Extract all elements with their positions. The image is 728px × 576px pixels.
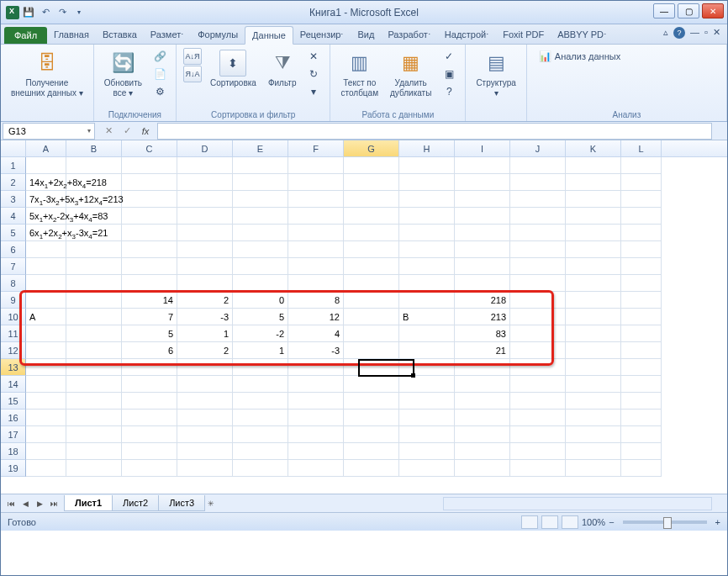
row-header-15[interactable]: 15 — [1, 393, 26, 410]
ribbon-tab-3[interactable]: Формулы — [191, 26, 245, 44]
cell-C8[interactable] — [122, 275, 177, 292]
normal-view-button[interactable] — [521, 515, 538, 529]
cell-B9[interactable] — [66, 292, 122, 309]
cell-E16[interactable] — [233, 410, 288, 426]
cell-G15[interactable] — [344, 393, 399, 410]
cell-I19[interactable] — [455, 460, 510, 477]
cell-F18[interactable] — [288, 443, 344, 460]
cell-H16[interactable] — [399, 410, 455, 426]
cell-A14[interactable] — [26, 376, 66, 393]
remove-duplicates-button[interactable]: ▦ Удалить дубликаты — [387, 48, 435, 100]
cell-I11[interactable]: 83 — [455, 325, 510, 342]
cell-K18[interactable] — [566, 443, 621, 460]
cell-D1[interactable] — [177, 157, 233, 174]
cell-J12[interactable] — [510, 342, 566, 359]
cell-H3[interactable] — [399, 191, 455, 208]
cell-K8[interactable] — [566, 275, 621, 292]
cell-I16[interactable] — [455, 410, 510, 426]
cell-I18[interactable] — [455, 443, 510, 460]
cell-K16[interactable] — [566, 410, 621, 426]
cell-I10[interactable]: 213 — [455, 309, 510, 325]
minimize-button[interactable]: — — [653, 3, 675, 18]
cell-I8[interactable] — [455, 275, 510, 292]
cell-J4[interactable] — [510, 208, 566, 225]
cell-I14[interactable] — [455, 376, 510, 393]
cell-L9[interactable] — [621, 292, 662, 309]
cell-F2[interactable] — [288, 174, 344, 191]
cell-E19[interactable] — [233, 460, 288, 477]
cell-L6[interactable] — [621, 241, 662, 258]
cell-H9[interactable] — [399, 292, 455, 309]
cell-C17[interactable] — [122, 426, 177, 443]
clear-filter-button[interactable]: ✕ — [304, 48, 323, 65]
row-header-14[interactable]: 14 — [1, 376, 26, 393]
cell-K19[interactable] — [566, 460, 621, 477]
cell-G10[interactable] — [344, 309, 399, 325]
doc-close-icon[interactable]: ✕ — [713, 27, 720, 39]
cell-K12[interactable] — [566, 342, 621, 359]
cell-F4[interactable] — [288, 208, 344, 225]
cell-J13[interactable] — [510, 359, 566, 376]
cell-D6[interactable] — [177, 241, 233, 258]
row-header-13[interactable]: 13 — [1, 359, 26, 376]
cell-L7[interactable] — [621, 258, 662, 275]
cell-D2[interactable] — [177, 174, 233, 191]
cell-L2[interactable] — [621, 174, 662, 191]
cell-F13[interactable] — [288, 359, 344, 376]
cell-H18[interactable] — [399, 443, 455, 460]
cell-A9[interactable] — [26, 292, 66, 309]
cell-C7[interactable] — [122, 258, 177, 275]
cell-G17[interactable] — [344, 426, 399, 443]
cell-D3[interactable] — [177, 191, 233, 208]
row-header-12[interactable]: 12 — [1, 342, 26, 359]
name-box[interactable]: G13 — [3, 123, 95, 140]
cell-L13[interactable] — [621, 359, 662, 376]
cell-K9[interactable] — [566, 292, 621, 309]
cell-C13[interactable] — [122, 359, 177, 376]
cell-C6[interactable] — [122, 241, 177, 258]
sort-asc-button[interactable]: А↓Я — [183, 48, 202, 65]
cell-K15[interactable] — [566, 393, 621, 410]
qat-dropdown[interactable]: ▾ — [71, 5, 87, 20]
page-layout-view-button[interactable] — [541, 515, 558, 529]
external-data-button[interactable]: 🗄 Получение внешних данных ▾ — [8, 48, 87, 100]
cell-J6[interactable] — [510, 241, 566, 258]
help-icon[interactable]: ? — [673, 27, 685, 39]
cell-A18[interactable] — [26, 443, 66, 460]
cell-H1[interactable] — [399, 157, 455, 174]
cell-F1[interactable] — [288, 157, 344, 174]
formula-input[interactable] — [157, 123, 712, 140]
doc-restore-icon[interactable]: ▫ — [704, 27, 708, 39]
cell-F9[interactable]: 8 — [288, 292, 344, 309]
col-header-H[interactable]: H — [399, 140, 455, 156]
cell-H8[interactable] — [399, 275, 455, 292]
cell-B12[interactable] — [66, 342, 122, 359]
row-header-4[interactable]: 4 — [1, 208, 26, 225]
cell-L19[interactable] — [621, 460, 662, 477]
cell-J18[interactable] — [510, 443, 566, 460]
cell-E5[interactable] — [233, 225, 288, 241]
row-header-10[interactable]: 10 — [1, 309, 26, 325]
sheet-nav-next[interactable]: ▶ — [33, 497, 46, 510]
page-break-view-button[interactable] — [562, 515, 578, 529]
cell-I15[interactable] — [455, 393, 510, 410]
cell-G6[interactable] — [344, 241, 399, 258]
cell-A1[interactable] — [26, 157, 66, 174]
cell-K5[interactable] — [566, 225, 621, 241]
cell-G2[interactable] — [344, 174, 399, 191]
col-header-D[interactable]: D — [177, 140, 233, 156]
sheet-tab-1[interactable]: Лист2 — [112, 495, 159, 511]
cell-C14[interactable] — [122, 376, 177, 393]
cell-G3[interactable] — [344, 191, 399, 208]
cell-G8[interactable] — [344, 275, 399, 292]
cell-F19[interactable] — [288, 460, 344, 477]
cell-A10[interactable]: A — [26, 309, 66, 325]
cell-F5[interactable] — [288, 225, 344, 241]
cell-C9[interactable]: 14 — [122, 292, 177, 309]
refresh-all-button[interactable]: 🔄 Обновить все ▾ — [101, 48, 145, 100]
cell-K11[interactable] — [566, 325, 621, 342]
close-button[interactable]: ✕ — [702, 3, 724, 18]
cell-K2[interactable] — [566, 174, 621, 191]
row-header-11[interactable]: 11 — [1, 325, 26, 342]
cell-E3[interactable] — [233, 191, 288, 208]
